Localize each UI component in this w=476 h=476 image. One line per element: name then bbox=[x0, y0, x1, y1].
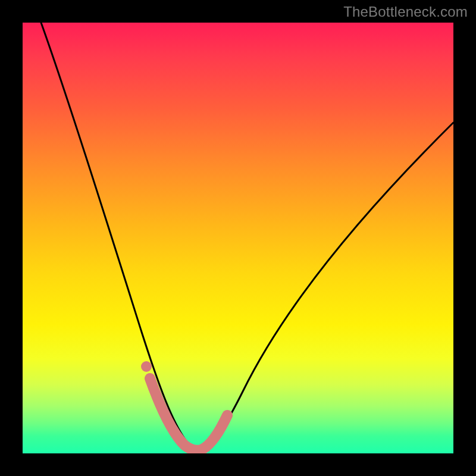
curve-overlay-dot bbox=[141, 361, 152, 372]
watermark-text: TheBottleneck.com bbox=[343, 4, 468, 20]
plot-area bbox=[23, 23, 453, 453]
chart-frame: TheBottleneck.com bbox=[0, 0, 476, 476]
curve-main bbox=[41, 23, 453, 450]
curve-overlay bbox=[23, 23, 453, 453]
